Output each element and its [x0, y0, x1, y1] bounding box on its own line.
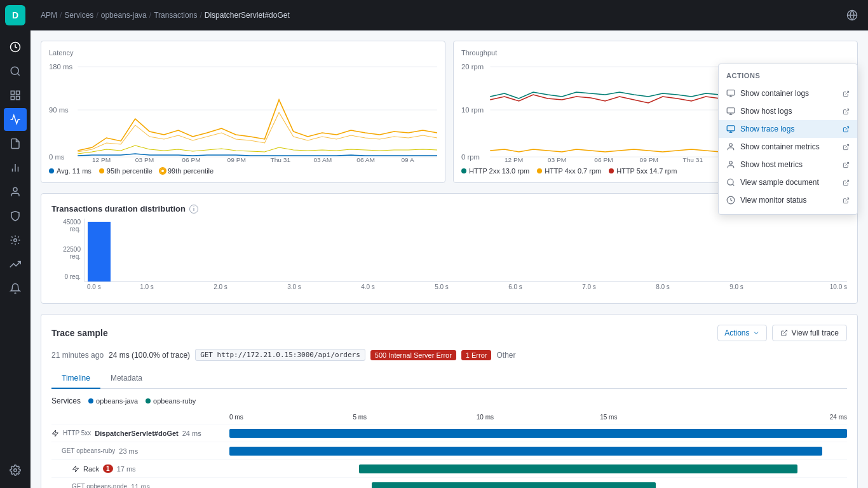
svg-rect-4	[17, 91, 20, 94]
trace-time: 21 minutes ago	[51, 351, 104, 360]
action-show-host-metrics[interactable]: Show host metrics	[719, 156, 857, 173]
breadcrumb-sep-2: /	[96, 11, 98, 20]
view-full-trace-button[interactable]: View full trace	[772, 325, 847, 341]
sidebar-item-ml[interactable]	[4, 229, 27, 252]
distribution-info-icon[interactable]: i	[189, 205, 198, 214]
waterfall-row-1[interactable]: GET opbeans-ruby 23 ms	[51, 442, 847, 460]
sidebar-item-metrics[interactable]	[4, 156, 27, 179]
dist-x-8: 8.0 s	[626, 283, 700, 290]
svg-rect-3	[11, 91, 14, 94]
wf-row-3-label: GET opbeans-node	[72, 483, 127, 488]
sidebar-item-discover[interactable]	[4, 60, 27, 83]
trace-tabs: Timeline Metadata	[51, 369, 847, 389]
waterfall-header-row: 0 ms 5 ms 10 ms 15 ms 24 ms	[51, 410, 847, 424]
sidebar-item-logs[interactable]	[4, 132, 27, 155]
legend-99th: 99th percentile	[160, 167, 214, 175]
sidebar-item-uptime[interactable]	[4, 253, 27, 276]
wf-time-15ms: 15 ms	[600, 414, 723, 421]
breadcrumb-current: DispatcherServlet#doGet	[205, 11, 290, 20]
svg-text:180 ms: 180 ms	[49, 64, 72, 71]
monitor-status-icon	[726, 196, 735, 205]
breadcrumb-transactions[interactable]: Transactions	[154, 11, 197, 20]
actions-dropdown-header: ACTIONS	[719, 69, 857, 85]
sidebar-item-security[interactable]	[4, 205, 27, 227]
wf-row-2-name: Rack 1 17 ms	[51, 464, 229, 473]
breadcrumb-sep-1: /	[60, 11, 62, 20]
sidebar-item-alerts[interactable]	[4, 277, 27, 300]
dist-y-min: 0 req.	[51, 273, 81, 280]
wf-row-2-type: Rack	[83, 465, 99, 473]
sidebar-item-users[interactable]	[4, 180, 27, 203]
tab-timeline[interactable]: Timeline	[51, 369, 100, 389]
legend-95th: 95th percentile	[99, 167, 153, 175]
trace-logs-icon	[726, 125, 735, 133]
sidebar-item-dashboard[interactable]	[4, 84, 27, 107]
services-row: Services opbeans-java opbeans-ruby	[51, 396, 847, 405]
waterfall-row-0[interactable]: HTTP 5xx DispatcherServlet#doGet 24 ms	[51, 424, 847, 442]
sample-doc-icon	[726, 178, 735, 187]
action-view-monitor-status[interactable]: View monitor status	[719, 191, 857, 209]
action-left-container-logs: Show container logs	[726, 89, 809, 98]
action-show-trace-logs[interactable]: Show trace logs	[719, 120, 857, 138]
actions-button[interactable]: Actions	[717, 325, 766, 341]
tab-metadata[interactable]: Metadata	[100, 369, 153, 389]
legend-2xx-dot	[461, 168, 466, 173]
wf-row-3-timeline	[229, 482, 847, 489]
dist-x-3: 3.0 s	[257, 283, 331, 290]
wf-time-24ms: 24 ms	[724, 414, 847, 421]
svg-line-2	[17, 73, 19, 75]
trace-other-label: Other	[496, 351, 515, 360]
sidebar-item-apm[interactable]	[4, 108, 27, 131]
action-show-host-logs[interactable]: Show host logs	[719, 102, 857, 120]
svg-line-43	[783, 330, 787, 334]
legend-99th-dot	[160, 168, 165, 173]
container-logs-icon	[726, 89, 735, 98]
svg-text:0 rpm: 0 rpm	[461, 154, 480, 161]
page-area: Latency 180 ms 90 ms 0 ms	[31, 30, 868, 488]
dist-x-7: 7.0 s	[552, 283, 626, 290]
svg-line-63	[733, 184, 735, 186]
legend-4xx-dot	[537, 168, 542, 173]
breadcrumb-services[interactable]: Services	[64, 11, 93, 20]
sidebar-item-settings[interactable]	[4, 459, 27, 482]
svg-rect-6	[11, 97, 14, 100]
svg-line-57	[846, 126, 849, 130]
waterfall-row-3[interactable]: GET opbeans-node 11 ms	[51, 478, 847, 488]
waterfall: 0 ms 5 ms 10 ms 15 ms 24 ms HTTP 5xx Dis…	[51, 410, 847, 488]
trace-url-badge: GET http://172.21.0.15:3000/api/orders	[195, 349, 365, 361]
action-left-sample-doc: View sample document	[726, 178, 819, 187]
action-show-container-logs[interactable]: Show container logs	[719, 85, 857, 102]
breadcrumb-apm[interactable]: APM	[41, 11, 57, 20]
action-view-sample-document[interactable]: View sample document	[719, 173, 857, 191]
waterfall-col-timeline-header: 0 ms 5 ms 10 ms 15 ms 24 ms	[229, 414, 847, 421]
globe-icon[interactable]	[846, 10, 858, 21]
svg-text:10 rpm: 10 rpm	[461, 107, 484, 114]
wf-row-3-name: GET opbeans-node 11 ms	[51, 483, 229, 489]
svg-text:Thu 31: Thu 31	[270, 157, 290, 163]
sidebar-item-home[interactable]	[4, 36, 27, 58]
wf-time-10ms: 10 ms	[477, 414, 600, 421]
legend-avg-dot	[49, 168, 54, 173]
waterfall-row-2[interactable]: Rack 1 17 ms	[51, 460, 847, 478]
breadcrumb-opbeans[interactable]: opbeans-java	[101, 11, 147, 20]
svg-text:12 PM: 12 PM	[505, 157, 523, 163]
wf-row-0-name: HTTP 5xx DispatcherServlet#doGet 24 ms	[51, 430, 229, 437]
action-left-host-logs: Show host logs	[726, 107, 792, 116]
action-show-container-metrics[interactable]: Show container metrics	[719, 138, 857, 156]
wf-row-0-ms: 24 ms	[182, 430, 201, 437]
trace-actions: Actions View full trace	[717, 325, 847, 341]
dist-x-6: 6.0 s	[478, 283, 552, 290]
trace-sample-title: Trace sample	[51, 328, 108, 338]
trace-duration: 24 ms (100.0% of trace)	[109, 351, 190, 360]
app-logo[interactable]: D	[5, 5, 25, 25]
wf-row-1-label: GET opbeans-ruby	[62, 447, 115, 454]
svg-text:09 A: 09 A	[401, 157, 414, 163]
wf-row-0-type: HTTP 5xx	[63, 430, 91, 437]
topnav: APM / Services / opbeans-java / Transact…	[31, 0, 868, 30]
wf-row-2-ms: 17 ms	[117, 465, 136, 473]
latency-chart-area: 180 ms 90 ms 0 ms	[49, 62, 437, 163]
svg-line-66	[846, 198, 849, 201]
throughput-chart-title: Throughput	[461, 49, 850, 57]
trace-logs-external-icon	[843, 126, 850, 133]
dist-bar-main	[88, 222, 111, 281]
